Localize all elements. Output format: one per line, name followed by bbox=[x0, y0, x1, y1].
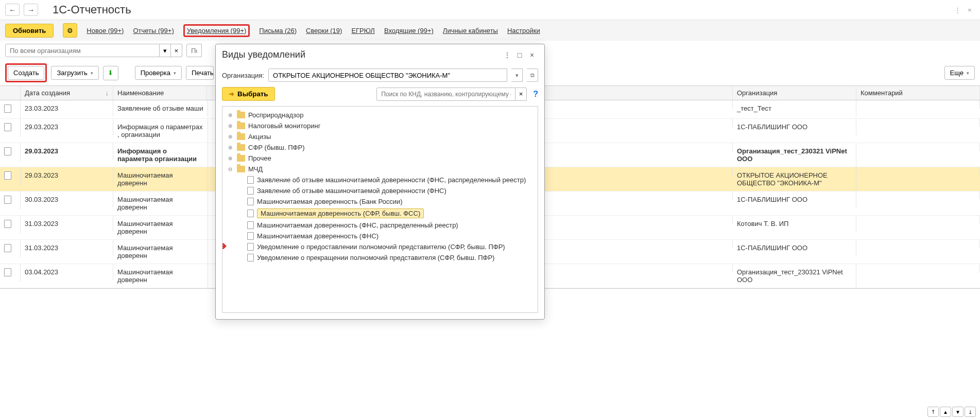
import-icon[interactable]: ⬇ bbox=[103, 66, 118, 80]
cell-date: 29.03.2023 bbox=[21, 119, 113, 135]
tree-item[interactable]: Заявление об отзыве машиночитаемой довер… bbox=[223, 185, 537, 196]
modal-close-icon[interactable]: × bbox=[526, 50, 538, 60]
org-clear-icon[interactable]: × bbox=[171, 44, 182, 57]
folder-label: Прочее bbox=[248, 154, 271, 162]
settings-gear-icon[interactable]: ⚙ bbox=[63, 23, 77, 38]
modal-menu-icon[interactable]: ⋮ bbox=[501, 50, 513, 60]
file-icon bbox=[247, 198, 254, 205]
cell-name: Машиночитаемая доверенн bbox=[113, 167, 208, 191]
col-icon[interactable] bbox=[0, 86, 21, 100]
tree-folder[interactable]: ⊕Акцизы bbox=[223, 131, 537, 142]
nav-incoming[interactable]: Входящие (99+) bbox=[384, 25, 434, 37]
cell-org: 1С-ПАБЛИШИНГ ООО bbox=[733, 191, 856, 207]
notification-types-modal: Виды уведомлений ⋮ □ × Организация: ▾ ⧉ … bbox=[215, 44, 545, 289]
print-button[interactable]: Печать bbox=[186, 66, 214, 80]
cell-comment bbox=[856, 191, 980, 200]
file-icon bbox=[247, 243, 254, 251]
tree-item-label: Уведомление о предоставлении полномочий … bbox=[257, 243, 505, 251]
modal-maximize-icon[interactable]: □ bbox=[513, 50, 526, 60]
refresh-button[interactable]: Обновить bbox=[5, 24, 54, 38]
tree-folder[interactable]: ⊕СФР (бывш. ПФР) bbox=[223, 142, 537, 153]
nav-egrul[interactable]: ЕГРЮЛ bbox=[351, 25, 374, 37]
document-icon bbox=[4, 123, 11, 131]
org-open-btn[interactable]: ⧉ bbox=[527, 68, 538, 82]
nav-new[interactable]: Новое (99+) bbox=[87, 25, 124, 37]
quick-search-input[interactable] bbox=[186, 44, 202, 57]
tree-item[interactable]: Машиночитаемая доверенность (СФР, бывш. … bbox=[223, 207, 537, 220]
cell-name: Машиночитаемая доверенн bbox=[113, 240, 208, 264]
file-icon bbox=[247, 221, 254, 229]
cell-comment bbox=[856, 143, 980, 151]
menu-dots-icon[interactable]: ⋮ bbox=[952, 5, 962, 15]
nav-reports[interactable]: Отчеты (99+) bbox=[133, 25, 174, 37]
tree-search-input[interactable] bbox=[376, 88, 515, 101]
sort-asc-icon: ↓ bbox=[106, 89, 109, 97]
expand-icon[interactable]: ⊕ bbox=[227, 134, 234, 139]
folder-label: Росприроднадзор bbox=[248, 111, 303, 119]
tree-item[interactable]: Машиночитаемая доверенность (ФНС, распре… bbox=[223, 220, 537, 231]
back-button[interactable]: ← bbox=[5, 4, 20, 16]
expand-icon[interactable]: ⊕ bbox=[227, 123, 234, 129]
tree-item[interactable]: Заявление об отзыве машиночитаемой довер… bbox=[223, 174, 537, 185]
nav-settings[interactable]: Настройки bbox=[507, 25, 540, 37]
select-arrow-icon: ➜ bbox=[229, 90, 234, 98]
tree-item-label: Машиночитаемая доверенность (ФНС, распре… bbox=[257, 221, 458, 229]
tree-item[interactable]: Машиночитаемая доверенность (ФНС) bbox=[223, 231, 537, 241]
tree-folder[interactable]: ⊕Прочее bbox=[223, 153, 537, 164]
help-icon[interactable]: ? bbox=[533, 90, 538, 99]
org-dropdown-icon[interactable]: ▾ bbox=[160, 44, 171, 57]
filter-bar: Обновить ⚙ Новое (99+) Отчеты (99+) Увед… bbox=[0, 20, 980, 41]
cell-name: Заявление об отзыве маши bbox=[113, 100, 208, 116]
cell-comment bbox=[856, 216, 980, 224]
tree-search-clear-icon[interactable]: × bbox=[515, 88, 527, 101]
nav-reconciliations[interactable]: Сверки (19) bbox=[306, 25, 342, 37]
expand-icon[interactable]: ⊕ bbox=[227, 155, 234, 161]
document-icon bbox=[4, 104, 11, 113]
col-org[interactable]: Организация bbox=[733, 86, 856, 100]
cell-org: Организация_тест_230321 ViPNet ООО bbox=[733, 143, 856, 167]
tree-folder[interactable]: ⊖МЧД bbox=[223, 164, 537, 174]
col-name[interactable]: Наименование bbox=[113, 86, 207, 100]
more-button[interactable]: Еще bbox=[944, 66, 975, 80]
folder-icon bbox=[237, 155, 245, 162]
tree-item[interactable]: Уведомление о предоставлении полномочий … bbox=[223, 241, 537, 252]
nav-letters[interactable]: Письма (26) bbox=[259, 25, 297, 37]
close-window-icon[interactable]: × bbox=[965, 5, 975, 15]
cell-date: 29.03.2023 bbox=[21, 167, 113, 183]
tree-item-label: Заявление об отзыве машиночитаемой довер… bbox=[257, 187, 446, 195]
col-comment[interactable]: Комментарий bbox=[856, 86, 980, 100]
collapse-icon[interactable]: ⊖ bbox=[227, 166, 234, 172]
cell-date: 30.03.2023 bbox=[21, 191, 113, 207]
col-date[interactable]: Дата создания↓ bbox=[21, 86, 113, 100]
cell-comment bbox=[856, 264, 980, 272]
cell-comment bbox=[856, 119, 980, 127]
org-input[interactable] bbox=[268, 68, 507, 82]
create-button[interactable]: Создать bbox=[8, 66, 44, 80]
tree-item[interactable]: Машиночитаемая доверенность (Банк России… bbox=[223, 196, 537, 207]
expand-icon[interactable]: ⊕ bbox=[227, 145, 234, 150]
tree-item-label: Машиночитаемая доверенность (ФНС) bbox=[257, 232, 379, 240]
cell-org: Котович Т. В. ИП bbox=[733, 216, 856, 232]
expand-icon[interactable]: ⊕ bbox=[227, 112, 234, 118]
forward-button[interactable]: → bbox=[24, 4, 38, 16]
file-icon bbox=[247, 187, 254, 195]
tree-folder[interactable]: ⊕Росприроднадзор bbox=[223, 110, 537, 120]
tree-item[interactable]: Уведомление о прекращении полномочий пре… bbox=[223, 252, 537, 263]
select-button[interactable]: ➜Выбрать bbox=[222, 87, 275, 101]
tree-folder[interactable]: ⊕Налоговый мониторинг bbox=[223, 120, 537, 131]
cell-org: _тест_Тест bbox=[733, 100, 856, 116]
page-title: 1C-Отчетность bbox=[53, 3, 131, 16]
check-button[interactable]: Проверка bbox=[135, 66, 182, 80]
tree-item-label: Уведомление о прекращении полномочий пре… bbox=[257, 254, 494, 261]
tree[interactable]: ➔ ⊕Росприроднадзор⊕Налоговый мониторинг⊕… bbox=[222, 106, 538, 289]
cell-date: 23.03.2023 bbox=[21, 100, 113, 116]
org-filter-input[interactable] bbox=[5, 44, 160, 57]
folder-icon bbox=[237, 123, 245, 129]
cell-date: 31.03.2023 bbox=[21, 216, 113, 232]
org-dropdown-btn[interactable]: ▾ bbox=[511, 68, 523, 82]
load-button[interactable]: Загрузить bbox=[51, 66, 98, 80]
cell-date: 31.03.2023 bbox=[21, 240, 113, 256]
nav-cabinets[interactable]: Личные кабинеты bbox=[443, 25, 498, 37]
nav-notifications[interactable]: Уведомления (99+) bbox=[183, 24, 250, 37]
file-icon bbox=[247, 232, 254, 240]
